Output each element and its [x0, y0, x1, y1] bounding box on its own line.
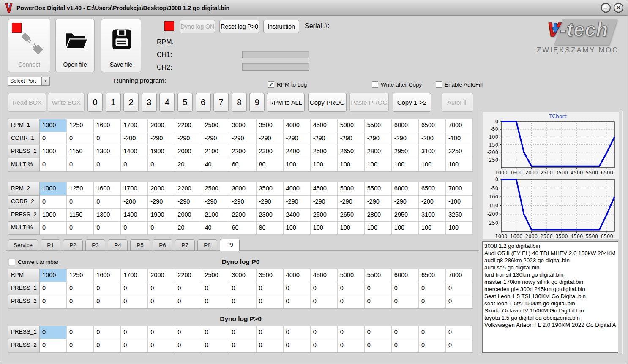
- file-list-item[interactable]: toyota 1.5 go digital od obciążenia.bin: [484, 314, 616, 321]
- file-list-item[interactable]: ford transit 130km go digital.bin: [484, 271, 616, 278]
- table-cell[interactable]: 0: [94, 339, 121, 352]
- table-cell[interactable]: 2400: [284, 145, 311, 158]
- table-cell[interactable]: 2200: [175, 182, 202, 196]
- table-cell[interactable]: -290: [257, 196, 284, 209]
- table-cell[interactable]: 60: [229, 158, 256, 171]
- table-cell[interactable]: 0: [392, 295, 419, 308]
- table-cell[interactable]: 2400: [284, 209, 311, 222]
- table-cell[interactable]: 7000: [446, 269, 473, 282]
- file-list-item[interactable]: seat leon 1.5tsi 150km go digital.bin: [484, 300, 616, 307]
- table-cell[interactable]: -290: [392, 132, 419, 145]
- table-cell[interactable]: 5000: [338, 119, 365, 132]
- table-cell[interactable]: 0: [121, 339, 148, 352]
- table-cell[interactable]: 5000: [338, 182, 365, 196]
- table-cell[interactable]: -290: [148, 196, 175, 209]
- table-cell[interactable]: 1600: [94, 119, 121, 132]
- table-cell[interactable]: 100: [311, 158, 338, 171]
- table-cell[interactable]: 2300: [257, 145, 284, 158]
- tab-p8[interactable]: P8: [197, 239, 217, 250]
- table-cell[interactable]: 6500: [419, 269, 446, 282]
- table-cell[interactable]: 4000: [284, 269, 311, 282]
- table-cell[interactable]: 60: [229, 222, 256, 235]
- table-cell[interactable]: 0: [284, 295, 311, 308]
- rpm-to-log-option[interactable]: ✓ RPM to Log: [268, 81, 307, 88]
- table-cell[interactable]: 0: [40, 282, 67, 295]
- table-cell[interactable]: 7000: [446, 182, 473, 196]
- table-cell[interactable]: 0: [392, 282, 419, 295]
- table-cell[interactable]: 0: [446, 326, 473, 339]
- table-cell[interactable]: 1700: [121, 119, 148, 132]
- table-cell[interactable]: 0: [94, 222, 121, 235]
- table-cell[interactable]: -290: [392, 196, 419, 209]
- table-cell[interactable]: 0: [419, 295, 446, 308]
- table-cell[interactable]: 20: [175, 222, 202, 235]
- table-cell[interactable]: 1150: [67, 209, 94, 222]
- table-cell[interactable]: 80: [257, 222, 284, 235]
- table-cell[interactable]: 1900: [148, 209, 175, 222]
- tab-p7[interactable]: P7: [175, 239, 195, 250]
- table-cell[interactable]: 3000: [229, 182, 256, 196]
- table-cell[interactable]: 100: [338, 158, 365, 171]
- table-cell[interactable]: 0: [175, 295, 202, 308]
- digit-button-3[interactable]: 3: [142, 93, 157, 112]
- table-cell[interactable]: 0: [40, 339, 67, 352]
- table-cell[interactable]: 3000: [229, 119, 256, 132]
- table-cell[interactable]: 100: [446, 158, 473, 171]
- table-cell[interactable]: 1000: [40, 269, 67, 282]
- table-cell[interactable]: 0: [365, 339, 392, 352]
- table-cell[interactable]: 0: [202, 295, 229, 308]
- table-cell[interactable]: 0: [446, 339, 473, 352]
- digit-button-8[interactable]: 8: [232, 93, 247, 112]
- table-cell[interactable]: 0: [392, 326, 419, 339]
- table-cell[interactable]: 0: [229, 295, 256, 308]
- table-cell[interactable]: 3500: [257, 119, 284, 132]
- table-cell[interactable]: 2100: [202, 209, 229, 222]
- table-cell[interactable]: -290: [311, 196, 338, 209]
- table-cell[interactable]: 0: [202, 282, 229, 295]
- table-cell[interactable]: 0: [67, 158, 94, 171]
- table-cell[interactable]: 0: [175, 326, 202, 339]
- table-cell[interactable]: 100: [284, 158, 311, 171]
- table-cell[interactable]: 7000: [446, 119, 473, 132]
- table-cell[interactable]: 0: [40, 196, 67, 209]
- table-cell[interactable]: 0: [40, 132, 67, 145]
- table-cell[interactable]: 2200: [229, 209, 256, 222]
- table-cell[interactable]: 1250: [67, 269, 94, 282]
- autofill-button[interactable]: AutoFill: [442, 93, 473, 112]
- table-cell[interactable]: 1000: [40, 209, 67, 222]
- table-cell[interactable]: 3100: [419, 145, 446, 158]
- table-cell[interactable]: 1000: [40, 145, 67, 158]
- table-cell[interactable]: 4500: [311, 119, 338, 132]
- table-cell[interactable]: 3250: [446, 145, 473, 158]
- table-cell[interactable]: 2000: [148, 182, 175, 196]
- table-cell[interactable]: 3500: [257, 182, 284, 196]
- table-cell[interactable]: 0: [229, 339, 256, 352]
- file-list-item[interactable]: Seat Leon 1.5 TSI 130KM Go Digital.bin: [484, 293, 616, 300]
- table-cell[interactable]: 0: [40, 158, 67, 171]
- table-cell[interactable]: 2650: [338, 145, 365, 158]
- table-cell[interactable]: -290: [175, 196, 202, 209]
- table-cell[interactable]: 0: [365, 282, 392, 295]
- copy-1-to-2-button[interactable]: Copy 1->2: [393, 93, 431, 112]
- table-cell[interactable]: 0: [257, 282, 284, 295]
- table-cell[interactable]: 100: [446, 222, 473, 235]
- table-cell[interactable]: 1400: [121, 209, 148, 222]
- digit-button-1[interactable]: 1: [106, 93, 121, 112]
- table-cell[interactable]: 0: [148, 158, 175, 171]
- table-cell[interactable]: -100: [446, 132, 473, 145]
- table-cell[interactable]: 1700: [121, 269, 148, 282]
- table-cell[interactable]: 0: [446, 282, 473, 295]
- table-cell[interactable]: 100: [392, 222, 419, 235]
- table-cell[interactable]: 0: [121, 326, 148, 339]
- table-cell[interactable]: 0: [311, 282, 338, 295]
- tab-service[interactable]: Service: [8, 239, 38, 250]
- file-list-item[interactable]: 3008 1.2 go digital.bin: [484, 242, 616, 250]
- table-cell[interactable]: 0: [121, 295, 148, 308]
- table-cell[interactable]: 0: [284, 282, 311, 295]
- table-cell[interactable]: 0: [419, 326, 446, 339]
- table-cell[interactable]: 0: [40, 295, 67, 308]
- file-list-item[interactable]: audi q8 286km 2023 go digital.bin: [484, 257, 616, 264]
- table-cell[interactable]: 0: [365, 295, 392, 308]
- table-cell[interactable]: 0: [40, 222, 67, 235]
- table-cell[interactable]: 0: [121, 222, 148, 235]
